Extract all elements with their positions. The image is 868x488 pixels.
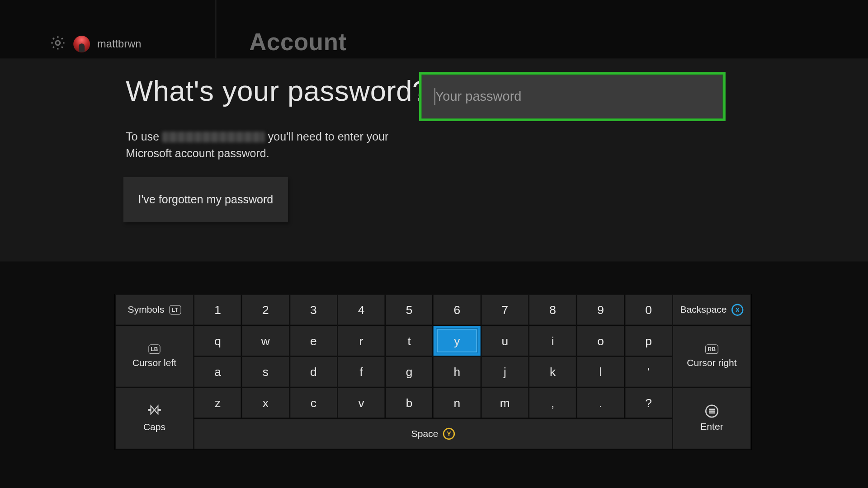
key-'[interactable]: ' [625,357,673,388]
key-n[interactable]: n [433,387,481,418]
enter-key[interactable]: Enter [672,387,751,449]
key-9[interactable]: 9 [577,294,625,325]
key-t[interactable]: t [385,325,433,357]
password-input[interactable] [435,89,710,104]
key-o[interactable]: o [577,325,625,357]
on-screen-keyboard: SymbolsLT1234567890BackspaceXLBCursor le… [114,294,752,450]
key-f[interactable]: f [337,357,385,388]
key-w[interactable]: w [241,325,289,357]
content-panel: What's your password? To use you'll need… [0,58,868,262]
key-c[interactable]: c [289,387,337,418]
key-.[interactable]: . [577,387,625,418]
forgot-label: I've forgotten my password [138,193,274,206]
caps-icon [146,404,162,418]
lb-icon: LB [148,344,160,354]
key-i[interactable]: i [529,325,577,357]
key-e[interactable]: e [289,325,337,357]
key-x[interactable]: x [241,387,289,418]
symbols-key[interactable]: SymbolsLT [115,294,194,325]
key-b[interactable]: b [385,387,433,418]
page-title: Account [249,28,347,55]
menu-icon [705,404,718,418]
key-g[interactable]: g [385,357,433,388]
redacted-email [162,131,265,142]
key-0[interactable]: 0 [625,294,673,325]
key-s[interactable]: s [241,357,289,388]
key-q[interactable]: q [194,325,242,357]
key-j[interactable]: j [481,357,529,388]
key-u[interactable]: u [481,325,529,357]
backspace-key[interactable]: BackspaceX [672,294,751,325]
svg-point-0 [56,41,60,45]
key-,[interactable]: , [529,387,577,418]
key-?[interactable]: ? [625,387,673,418]
key-v[interactable]: v [337,387,385,418]
key-m[interactable]: m [481,387,529,418]
gear-icon[interactable] [49,34,66,53]
key-a[interactable]: a [194,357,242,388]
heading: What's your password? [126,75,429,108]
key-6[interactable]: 6 [433,294,481,325]
cursor-right-key[interactable]: RBCursor right [672,325,751,387]
password-field-wrap[interactable] [419,72,726,121]
key-d[interactable]: d [289,357,337,388]
forgot-password-button[interactable]: I've forgotten my password [123,177,288,222]
rb-icon: RB [705,344,718,354]
space-key[interactable]: SpaceY [194,418,673,450]
description: To use you'll need to enter your Microso… [126,129,400,162]
key-h[interactable]: h [433,357,481,388]
cursor-left-key[interactable]: LBCursor left [115,325,194,387]
desc-pre: To use [126,131,162,143]
key-p[interactable]: p [625,325,673,357]
key-7[interactable]: 7 [481,294,529,325]
key-2[interactable]: 2 [241,294,289,325]
key-l[interactable]: l [577,357,625,388]
key-y[interactable]: y [433,325,481,357]
keyboard-zone: SymbolsLT1234567890BackspaceXLBCursor le… [0,262,868,488]
username: mattbrwn [97,38,142,51]
key-3[interactable]: 3 [289,294,337,325]
key-z[interactable]: z [194,387,242,418]
top-bar: mattbrwn Account [0,0,868,58]
avatar[interactable] [73,36,90,52]
key-r[interactable]: r [337,325,385,357]
key-1[interactable]: 1 [194,294,242,325]
key-8[interactable]: 8 [529,294,577,325]
caps-key[interactable]: Caps [115,387,194,449]
key-5[interactable]: 5 [385,294,433,325]
key-k[interactable]: k [529,357,577,388]
key-4[interactable]: 4 [337,294,385,325]
divider [215,0,217,58]
